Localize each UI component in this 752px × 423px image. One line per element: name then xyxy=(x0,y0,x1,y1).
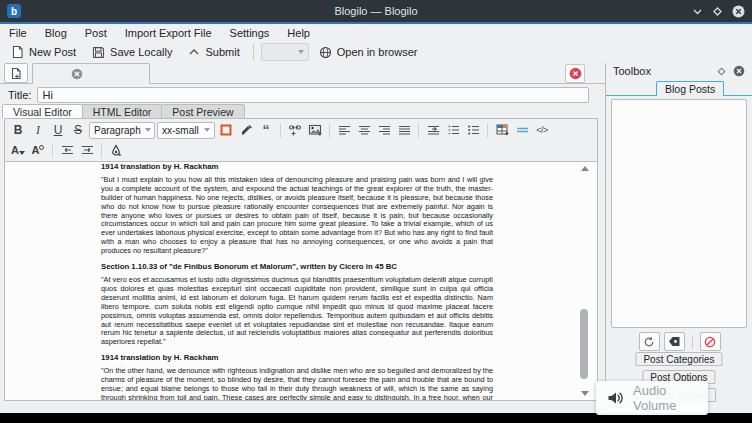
window-titlebar: b Blogilo — Blogilo xyxy=(0,0,752,22)
align-left-button[interactable] xyxy=(335,121,353,139)
menu-blog[interactable]: Blog xyxy=(36,26,76,40)
increase-indent-button[interactable] xyxy=(78,141,96,159)
reload-posts-button[interactable] xyxy=(639,332,660,351)
decrease-font-icon: A xyxy=(11,144,25,156)
toolbox-header: Toolbox xyxy=(606,63,752,79)
cancel-button[interactable] xyxy=(700,332,721,351)
increase-font-icon: A xyxy=(32,144,45,156)
post-title-row: Title: xyxy=(0,86,605,103)
chevron-down-icon xyxy=(204,128,210,132)
increase-font-button[interactable]: A xyxy=(29,141,47,159)
content-paragraph: "On the other hand, we denounce with rig… xyxy=(101,367,493,400)
code-button[interactable]: </> xyxy=(533,121,551,139)
content-heading: 1914 translation by H. Rackham xyxy=(101,354,493,363)
toolbox-separator xyxy=(692,335,693,349)
close-icon[interactable] xyxy=(732,5,745,18)
text-direction-button[interactable] xyxy=(424,121,442,139)
font-size-select[interactable]: xx-small xyxy=(157,122,215,139)
close-panel-icon[interactable] xyxy=(733,65,745,77)
tab-post-categories[interactable]: Post Categories xyxy=(635,352,722,366)
editor-scrollbar[interactable] xyxy=(579,164,590,398)
horizontal-rule-icon xyxy=(516,125,529,135)
title-input[interactable] xyxy=(37,87,589,103)
align-right-button[interactable] xyxy=(375,121,393,139)
tab-visual-editor[interactable]: Visual Editor xyxy=(2,104,83,119)
menu-settings[interactable]: Settings xyxy=(221,26,279,40)
globe-icon xyxy=(319,46,332,59)
submit-icon xyxy=(188,47,200,57)
content-heading: Section 1.10.33 of "de Finibus Bonorum e… xyxy=(101,263,493,272)
scroll-down-icon[interactable] xyxy=(581,391,589,396)
format-separator xyxy=(418,123,419,138)
decrease-font-button[interactable]: A xyxy=(9,141,27,159)
cancel-icon xyxy=(704,336,716,348)
increase-indent-icon xyxy=(81,144,94,156)
format-separator xyxy=(101,143,102,158)
format-separator xyxy=(487,123,488,138)
text-color-button[interactable] xyxy=(107,141,125,159)
scroll-up-icon[interactable] xyxy=(581,166,589,171)
scrollbar-thumb[interactable] xyxy=(580,309,588,379)
menu-post[interactable]: Post xyxy=(76,26,116,40)
post-tab-bar xyxy=(0,63,605,84)
highlighter-button[interactable] xyxy=(237,121,255,139)
tab-post-preview[interactable]: Post Preview xyxy=(161,104,244,119)
new-tab-button[interactable] xyxy=(4,63,28,83)
post-split-icon xyxy=(220,124,232,136)
format-toolbar-row1: B I U S Paragraph xx-small “ xyxy=(5,119,597,141)
maximize-icon[interactable] xyxy=(712,6,723,17)
tab-close-icon[interactable] xyxy=(71,68,83,80)
tab-blog-posts[interactable]: Blog Posts xyxy=(656,81,724,96)
open-in-browser-button[interactable]: Open in browser xyxy=(313,44,424,61)
unordered-list-button[interactable] xyxy=(464,121,482,139)
tab-html-editor[interactable]: HTML Editor xyxy=(82,104,163,119)
toolbox-title: Toolbox xyxy=(613,65,651,77)
new-post-button[interactable]: New Post xyxy=(5,43,82,61)
toolbox-tabbar: Blog Posts xyxy=(606,81,752,96)
underline-button[interactable]: U xyxy=(49,121,67,139)
float-panel-icon[interactable] xyxy=(717,67,726,76)
reload-icon xyxy=(643,336,655,348)
horizontal-rule-button[interactable] xyxy=(513,121,531,139)
content-heading: 1914 translation by H. Rackham xyxy=(101,163,493,172)
close-tab-button[interactable] xyxy=(565,64,585,83)
save-locally-button[interactable]: Save Locally xyxy=(86,44,178,61)
menu-file[interactable]: File xyxy=(0,26,36,40)
align-justify-icon xyxy=(398,124,411,136)
close-tab-red-icon xyxy=(569,67,582,80)
post-split-button[interactable] xyxy=(217,121,235,139)
chevron-down-icon xyxy=(298,50,304,54)
audio-volume-osd: Audio Volume xyxy=(596,381,708,415)
minimize-icon[interactable] xyxy=(692,6,703,17)
decrease-indent-icon xyxy=(61,144,74,156)
strikethrough-button[interactable]: S xyxy=(69,121,87,139)
post-tab-current[interactable] xyxy=(32,63,150,84)
blog-posts-actions xyxy=(606,332,752,351)
align-left-icon xyxy=(338,124,351,136)
add-link-button[interactable] xyxy=(286,121,304,139)
blockquote-button[interactable]: “ xyxy=(257,121,275,139)
add-link-icon xyxy=(288,124,302,136)
blogilo-app-icon: b xyxy=(7,4,21,18)
editor-text-area[interactable]: 1914 translation by H. Rackham "But I mu… xyxy=(5,161,597,400)
submit-button[interactable]: Submit xyxy=(182,44,245,60)
insert-table-button[interactable] xyxy=(493,121,511,139)
italic-button[interactable]: I xyxy=(29,121,47,139)
decrease-indent-button[interactable] xyxy=(58,141,76,159)
blog-select[interactable] xyxy=(261,43,309,61)
blog-posts-list[interactable] xyxy=(611,99,747,328)
add-image-button[interactable] xyxy=(306,121,324,139)
ordered-list-button[interactable] xyxy=(444,121,462,139)
bold-button[interactable]: B xyxy=(9,121,27,139)
main-toolbar: New Post Save Locally Submit Open in bro… xyxy=(0,41,752,63)
remove-post-button[interactable] xyxy=(664,332,685,351)
menu-help[interactable]: Help xyxy=(278,26,319,40)
align-center-icon xyxy=(358,124,371,136)
menu-import-export-file[interactable]: Import Export File xyxy=(116,26,221,40)
align-justify-button[interactable] xyxy=(395,121,413,139)
paragraph-style-select[interactable]: Paragraph xyxy=(89,122,155,139)
unordered-list-icon xyxy=(467,124,480,136)
screen: b Blogilo — Blogilo File Blog Post Impor… xyxy=(0,0,752,423)
save-icon xyxy=(92,46,105,59)
align-center-button[interactable] xyxy=(355,121,373,139)
